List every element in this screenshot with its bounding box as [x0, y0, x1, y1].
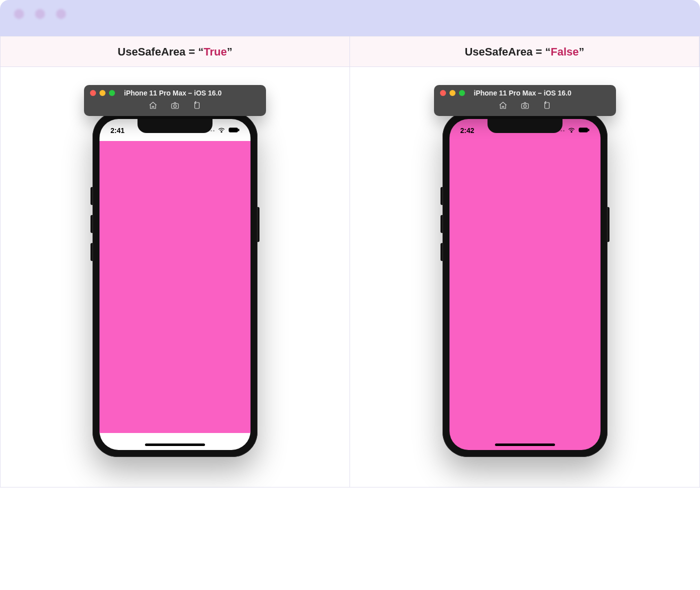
svg-rect-5 [522, 104, 528, 108]
svg-rect-9 [588, 129, 589, 131]
dot [14, 9, 24, 19]
phone-frame: 2:41 [92, 112, 258, 457]
content-area [100, 141, 250, 433]
simulator-wrap: iPhone 11 Pro Max – iOS 16.0 2:42 [434, 85, 616, 457]
prop-name: UseSafeArea [118, 46, 186, 58]
svg-rect-0 [172, 104, 178, 108]
home-icon[interactable] [498, 101, 508, 112]
svg-point-6 [524, 105, 526, 108]
svg-rect-4 [238, 129, 239, 131]
minimize-dot[interactable] [450, 90, 456, 96]
rotate-icon[interactable] [192, 101, 202, 112]
rotate-icon[interactable] [542, 101, 552, 112]
phone-screen[interactable]: 2:41 [100, 119, 250, 450]
svg-point-1 [174, 105, 176, 108]
status-time: 2:42 [460, 124, 474, 134]
window-titlebar [0, 0, 700, 36]
traffic-lights[interactable] [90, 90, 115, 96]
traffic-lights[interactable] [440, 90, 465, 96]
simulator-title: iPhone 11 Pro Max – iOS 16.0 [124, 89, 222, 97]
cell-false: iPhone 11 Pro Max – iOS 16.0 2:42 [350, 67, 700, 487]
dot [35, 9, 45, 19]
simulator-titlebar[interactable]: iPhone 11 Pro Max – iOS 16.0 [84, 85, 266, 116]
notch [138, 119, 212, 133]
svg-rect-8 [578, 128, 588, 132]
simulator-wrap: iPhone 11 Pro Max – iOS 16.0 2:41 [84, 85, 266, 457]
notch [488, 119, 562, 133]
screenshot-icon[interactable] [170, 101, 180, 112]
comparison-grid: UseSafeArea = “True” UseSafeArea = “Fals… [0, 36, 700, 488]
prop-value: True [204, 46, 226, 58]
equals: = [532, 46, 545, 58]
wifi-icon [218, 126, 226, 134]
quote: “ [545, 46, 550, 58]
phone-frame: 2:42 [442, 112, 608, 457]
wifi-icon [568, 126, 576, 134]
prop-name: UseSafeArea [464, 46, 532, 58]
quote: ” [579, 46, 584, 58]
phone-screen[interactable]: 2:42 [450, 119, 600, 450]
status-time: 2:41 [110, 124, 124, 134]
zoom-dot[interactable] [109, 90, 115, 96]
prop-value: False [550, 46, 578, 58]
dot [56, 9, 66, 19]
quote: ” [227, 46, 232, 58]
simulator-title: iPhone 11 Pro Max – iOS 16.0 [474, 89, 572, 97]
home-icon[interactable] [148, 101, 158, 112]
home-indicator[interactable] [145, 444, 205, 446]
close-dot[interactable] [90, 90, 96, 96]
svg-rect-3 [229, 128, 238, 132]
simulator-titlebar[interactable]: iPhone 11 Pro Max – iOS 16.0 [434, 85, 616, 116]
blurred-traffic-lights [14, 9, 700, 19]
home-indicator[interactable] [495, 444, 555, 446]
close-dot[interactable] [440, 90, 446, 96]
battery-icon [228, 126, 240, 134]
quote: “ [198, 46, 204, 58]
minimize-dot[interactable] [100, 90, 106, 96]
column-header-true: UseSafeArea = “True” [0, 36, 350, 67]
column-header-false: UseSafeArea = “False” [350, 36, 700, 67]
equals: = [186, 46, 198, 58]
battery-icon [578, 126, 590, 134]
screenshot-icon[interactable] [520, 101, 530, 112]
zoom-dot[interactable] [459, 90, 465, 96]
cell-true: iPhone 11 Pro Max – iOS 16.0 2:41 [0, 67, 350, 487]
